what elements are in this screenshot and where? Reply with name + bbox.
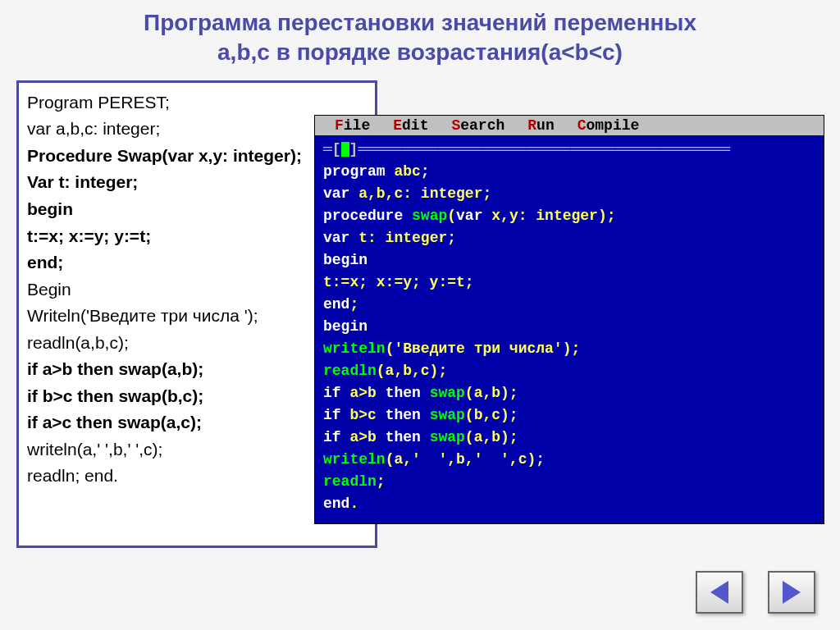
- slide-title: Программа перестановки значений переменн…: [0, 0, 840, 72]
- ide-editor[interactable]: ═[]═════════════════════════════════════…: [315, 135, 824, 523]
- menu-file[interactable]: File: [335, 117, 370, 134]
- next-button[interactable]: [768, 571, 815, 614]
- cursor-icon: [341, 142, 349, 157]
- ide-window: File Edit Search Run Compile ═[]════════…: [314, 115, 824, 524]
- menu-search[interactable]: Search: [451, 117, 504, 134]
- nav-controls: [696, 571, 815, 614]
- prev-button[interactable]: [696, 571, 743, 614]
- ide-menu-bar: File Edit Search Run Compile: [315, 116, 824, 135]
- code-line: Program PEREST;: [27, 89, 367, 116]
- arrow-left-icon: [710, 581, 728, 604]
- title-line-2: a,b,c в порядке возрастания(a<b<c): [217, 39, 623, 65]
- menu-edit[interactable]: Edit: [393, 117, 428, 134]
- title-line-1: Программа перестановки значений переменн…: [144, 10, 696, 35]
- arrow-right-icon: [783, 581, 801, 604]
- menu-compile[interactable]: Compile: [578, 117, 640, 134]
- menu-run[interactable]: Run: [527, 117, 554, 134]
